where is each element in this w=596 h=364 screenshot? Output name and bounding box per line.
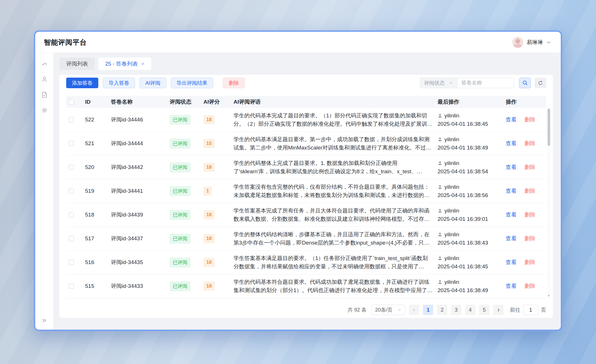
- row-comment: 学生的代码整体上完成了题目要求。1. 数据集的加载和划分正确使用了'sklear…: [234, 159, 438, 176]
- user-icon[interactable]: [41, 76, 48, 83]
- col-score: AI评分: [203, 98, 234, 106]
- row-checkbox[interactable]: [69, 236, 74, 241]
- delete-link[interactable]: 删除: [524, 188, 535, 194]
- col-status: 评阅状态: [170, 98, 203, 106]
- row-checkbox[interactable]: [69, 165, 74, 170]
- person-icon: [438, 184, 442, 189]
- score-badge: 1: [203, 186, 212, 196]
- document-check-icon[interactable]: [41, 91, 48, 98]
- scrollbar-down-arrow[interactable]: ▾: [548, 294, 550, 298]
- view-link[interactable]: 查看: [506, 259, 517, 265]
- col-id: ID: [85, 99, 111, 105]
- tab-close-icon[interactable]: ×: [141, 61, 144, 66]
- table-row: 522 评阅id-34446 已评阅 18 学生的代码基本完成了题目的要求。（1…: [66, 108, 546, 132]
- delete-link[interactable]: 删除: [524, 259, 535, 265]
- row-comment: 学生答案基本完成了所有任务，并且大体符合题目要求。代码使用了正确的库和函数来载入…: [234, 206, 438, 223]
- avatar[interactable]: [512, 37, 523, 48]
- page-button-2[interactable]: 2: [437, 305, 447, 315]
- status-badge: 已评阅: [170, 281, 191, 291]
- export-result-button[interactable]: 导出评阅结果: [171, 78, 213, 88]
- refresh-button[interactable]: [535, 78, 546, 88]
- row-checkbox[interactable]: [69, 284, 74, 289]
- goto-label: 前往: [510, 306, 520, 313]
- review-status-placeholder: 评阅状态: [424, 80, 445, 86]
- next-page-button[interactable]: [493, 305, 503, 315]
- delete-link[interactable]: 删除: [524, 283, 535, 289]
- page-size-select[interactable]: 20条/页: [371, 305, 405, 315]
- view-link[interactable]: 查看: [506, 140, 517, 146]
- row-name: 评阅id-34435: [111, 259, 170, 266]
- row-id: 516: [85, 259, 111, 265]
- settings-gear-icon[interactable]: [41, 107, 48, 114]
- delete-link[interactable]: 删除: [524, 164, 535, 170]
- chevron-down-icon[interactable]: [546, 40, 551, 45]
- score-badge: 18: [203, 258, 215, 267]
- view-link[interactable]: 查看: [506, 164, 517, 170]
- review-status-select[interactable]: 评阅状态: [420, 78, 457, 88]
- tab-review-list[interactable]: 评阅列表: [59, 58, 95, 70]
- row-last-op: yilinlin 2025-04-01 16:38:49: [438, 278, 506, 295]
- search-button[interactable]: [519, 78, 531, 88]
- row-operator: yilinlin: [444, 254, 459, 262]
- row-comment: 学生答案基本满足题目的要求。（1）任务部分正确使用了`train_test_sp…: [234, 254, 438, 271]
- scrollbar-thumb[interactable]: [548, 109, 550, 146]
- pagination: 共 92 条 20条/页 1 2 3 4 5: [66, 305, 546, 315]
- user-menu[interactable]: 易琳琳: [512, 37, 551, 48]
- row-operator: yilinlin: [444, 159, 459, 167]
- page-button-3[interactable]: 3: [451, 305, 461, 315]
- row-timestamp: 2025-04-01 16:39:01: [438, 215, 506, 223]
- titlebar: 智能评阅平台 易琳琳: [35, 32, 561, 53]
- goto-page-input[interactable]: [523, 305, 538, 315]
- row-checkbox[interactable]: [69, 188, 74, 194]
- delete-link[interactable]: 删除: [524, 212, 535, 218]
- row-last-op: yilinlin 2025-04-01 16:38:49: [438, 135, 506, 152]
- tab-answer-list[interactable]: 25 - 答卷列表 ×: [98, 58, 151, 70]
- status-badge: 已评阅: [170, 115, 191, 125]
- status-badge: 已评阅: [170, 186, 191, 196]
- score-badge: 18: [203, 163, 215, 172]
- page-button-4[interactable]: 4: [465, 305, 475, 315]
- row-operator: yilinlin: [444, 183, 459, 191]
- delete-link[interactable]: 删除: [524, 235, 535, 241]
- view-link[interactable]: 查看: [506, 117, 517, 123]
- view-link[interactable]: 查看: [506, 235, 517, 241]
- row-timestamp: 2025-04-01 16:38:49: [438, 143, 506, 152]
- ai-review-button[interactable]: AI评阅: [140, 78, 166, 88]
- select-all-checkbox[interactable]: [69, 99, 74, 105]
- row-name: 评阅id-34444: [111, 140, 170, 147]
- table-row: 519 评阅id-34441 已评阅 1 学生答案没有包含完整的代码，仅有部分结…: [66, 179, 546, 203]
- add-answer-button[interactable]: 添加答卷: [66, 78, 98, 88]
- row-id: 519: [85, 188, 111, 194]
- delete-link[interactable]: 删除: [524, 140, 535, 146]
- answer-panel: 添加答卷 导入答卷 AI评阅 导出评阅结果 删除 评阅状态: [59, 75, 553, 318]
- delete-link[interactable]: 删除: [524, 117, 535, 123]
- person-icon: [438, 232, 442, 237]
- view-link[interactable]: 查看: [506, 283, 517, 289]
- page-button-5[interactable]: 5: [479, 305, 489, 315]
- score-badge: 15: [203, 139, 215, 148]
- person-icon: [438, 161, 442, 166]
- goto-page: 前往 页: [510, 305, 546, 315]
- row-comment: 学生的整体代码结构清晰，步骤基本正确，并且适用了正确的库和方法。然而，在第3步中…: [234, 230, 438, 247]
- status-badge: 已评阅: [170, 257, 191, 267]
- delete-button[interactable]: 删除: [223, 78, 245, 88]
- row-comment: 学生答案没有包含完整的代码，仅有部分结构，不符合题目要求。具体问题包括：未加载鸢…: [234, 183, 438, 200]
- answer-name-input[interactable]: [457, 78, 514, 88]
- row-checkbox[interactable]: [69, 117, 74, 122]
- person-icon: [438, 256, 442, 261]
- tab-answer-list-label: 25 - 答卷列表: [105, 60, 138, 68]
- page-button-1[interactable]: 1: [423, 305, 433, 315]
- view-link[interactable]: 查看: [506, 188, 517, 194]
- row-checkbox[interactable]: [69, 141, 74, 146]
- row-operator: yilinlin: [444, 230, 459, 239]
- prev-page-button[interactable]: [409, 305, 419, 315]
- import-answer-button[interactable]: 导入答卷: [103, 78, 135, 88]
- double-chevron-right-icon[interactable]: [42, 318, 47, 324]
- status-badge: 已评阅: [170, 234, 191, 244]
- tasks-check-icon[interactable]: [41, 60, 48, 67]
- view-link[interactable]: 查看: [506, 212, 517, 218]
- score-badge: 18: [203, 282, 215, 291]
- table-scrollbar[interactable]: ▾: [548, 108, 550, 298]
- row-checkbox[interactable]: [69, 212, 74, 217]
- row-checkbox[interactable]: [69, 260, 74, 265]
